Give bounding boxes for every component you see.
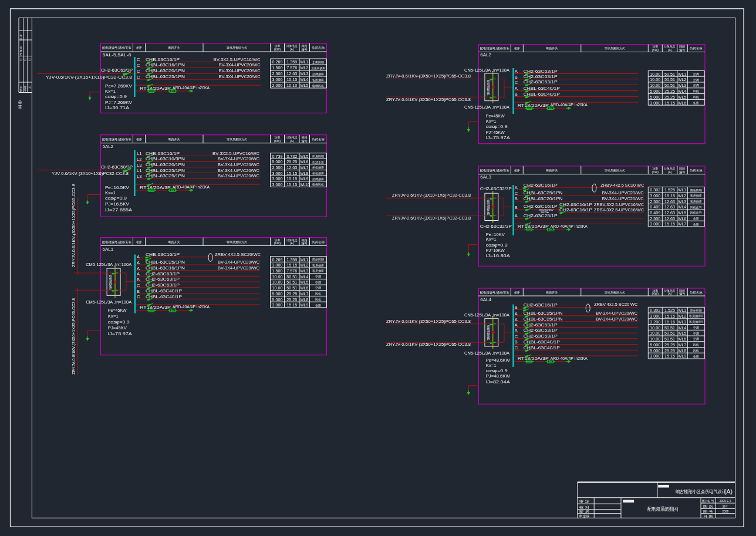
svg-text:导线及敷设方式: 导线及敷设方式 bbox=[227, 240, 247, 244]
svg-text:7.576: 7.576 bbox=[286, 66, 297, 70]
svg-text:相序: 相序 bbox=[136, 46, 142, 50]
svg-text:空调: 空调 bbox=[693, 83, 699, 87]
svg-text:应急照明: 应急照明 bbox=[690, 188, 702, 192]
svg-text:WL5: WL5 bbox=[678, 331, 686, 335]
svg-text:1.359: 1.359 bbox=[286, 60, 297, 64]
svg-text:5AL2: 5AL2 bbox=[103, 144, 114, 149]
svg-text:校 对: 校 对 bbox=[578, 505, 590, 509]
svg-text:编号: 编号 bbox=[302, 139, 308, 143]
svg-text:50.51: 50.51 bbox=[664, 83, 675, 87]
svg-text:0.302: 0.302 bbox=[650, 188, 660, 192]
svg-text:15.15: 15.15 bbox=[286, 303, 297, 307]
svg-text:(A): (A) bbox=[290, 241, 294, 245]
svg-text:ZRYJV-0.6/1KV-(3X10+1X6)PC32-C: ZRYJV-0.6/1KV-(3X10+1X6)PC32-CC3.8 bbox=[392, 193, 471, 198]
svg-text:ARD-40A/4P In20KA: ARD-40A/4P In20KA bbox=[173, 184, 210, 190]
svg-text:B: B bbox=[515, 75, 518, 80]
svg-text:WL3: WL3 bbox=[300, 72, 308, 76]
svg-text:BV-3X2.5-UPVC16/WC: BV-3X2.5-UPVC16/WC bbox=[212, 151, 259, 156]
svg-text:风机: 风机 bbox=[315, 298, 321, 301]
svg-text:BV-3X4-UPVC20/WC: BV-3X4-UPVC20/WC bbox=[218, 168, 259, 173]
svg-text:WL2: WL2 bbox=[300, 66, 308, 70]
svg-text:WL2: WL2 bbox=[678, 314, 686, 318]
svg-text:0.409: 0.409 bbox=[650, 211, 660, 215]
svg-text:客房插座: 客房插座 bbox=[312, 269, 324, 273]
svg-text:Kx=1: Kx=1 bbox=[486, 237, 497, 242]
svg-text:CH2-63C63/1P: CH2-63C63/1P bbox=[524, 333, 558, 339]
svg-text:Pe=48.6KW: Pe=48.6KW bbox=[486, 358, 510, 363]
svg-text:ZRBV-4x2.5 SC20 WC: ZRBV-4x2.5 SC20 WC bbox=[594, 302, 637, 307]
svg-text:换: 换 bbox=[487, 211, 491, 215]
svg-text:10.00: 10.00 bbox=[650, 326, 660, 330]
svg-text:50.51: 50.51 bbox=[664, 331, 675, 335]
svg-text:BV-3X4-UPVC20/WC: BV-3X4-UPVC20/WC bbox=[602, 190, 644, 195]
svg-text:WL5: WL5 bbox=[300, 280, 308, 284]
svg-text:WL6: WL6 bbox=[678, 337, 686, 341]
svg-text:空调: 空调 bbox=[693, 326, 699, 330]
svg-text:库房照明: 库房照明 bbox=[312, 154, 324, 158]
svg-text:5.000: 5.000 bbox=[650, 349, 660, 353]
svg-text:3.000: 3.000 bbox=[650, 101, 660, 105]
svg-text:ZRBV-4X2.5-SC20/WC: ZRBV-4X2.5-SC20/WC bbox=[215, 252, 261, 257]
svg-text:RT18/20A/3P: RT18/20A/3P bbox=[518, 224, 549, 229]
svg-text:风机: 风机 bbox=[693, 96, 699, 99]
svg-text:客房插座: 客房插座 bbox=[690, 194, 702, 198]
svg-text:C: C bbox=[137, 57, 140, 62]
svg-text:WL6: WL6 bbox=[678, 217, 686, 221]
svg-text:CHBL-63C40/1P: CHBL-63C40/1P bbox=[524, 339, 560, 345]
svg-text:WL4: WL4 bbox=[678, 326, 686, 330]
svg-text:CH2-63C32/3P: CH2-63C32/3P bbox=[480, 186, 512, 191]
svg-text:负荷名称: 负荷名称 bbox=[690, 291, 703, 294]
svg-text:导线及敷设方式: 导线及敷设方式 bbox=[227, 137, 247, 141]
svg-text:(KW): (KW) bbox=[274, 48, 281, 51]
svg-text:CH2-63C50/3P: CH2-63C50/3P bbox=[101, 164, 133, 170]
svg-text:25.25: 25.25 bbox=[286, 292, 297, 296]
svg-text:Kx=1: Kx=1 bbox=[108, 313, 119, 319]
svg-text:(KW): (KW) bbox=[274, 139, 281, 143]
svg-text:柜机插座: 柜机插座 bbox=[312, 171, 324, 176]
svg-text:2.500: 2.500 bbox=[272, 166, 283, 170]
svg-text:cosφ=0.9: cosφ=0.9 bbox=[486, 242, 508, 248]
svg-text:WL2: WL2 bbox=[678, 194, 686, 198]
svg-text:(KW): (KW) bbox=[652, 48, 659, 52]
svg-text:BV-3X4-UPVC20/WC: BV-3X4-UPVC20/WC bbox=[219, 74, 261, 79]
svg-text:0.302: 0.302 bbox=[650, 308, 660, 312]
svg-text:RT18/20A/3P: RT18/20A/3P bbox=[140, 86, 171, 91]
svg-text:CH2-63C63/3P: CH2-63C63/3P bbox=[101, 68, 133, 73]
svg-text:B: B bbox=[515, 92, 518, 97]
svg-text:Kx=1: Kx=1 bbox=[486, 363, 497, 368]
svg-text:签: 签 bbox=[18, 104, 22, 109]
svg-text:5.000: 5.000 bbox=[650, 89, 660, 93]
svg-text:卫生间插座: 卫生间插座 bbox=[311, 66, 325, 70]
svg-text:CH2-63C16/1P: CH2-63C16/1P bbox=[524, 302, 558, 308]
svg-text:15.15: 15.15 bbox=[664, 314, 675, 318]
svg-text:WL6: WL6 bbox=[678, 101, 686, 105]
svg-text:15.15: 15.15 bbox=[664, 194, 675, 198]
svg-text:CH2-63C63/1P: CH2-63C63/1P bbox=[146, 271, 180, 277]
svg-text:cosφ=0.9: cosφ=0.9 bbox=[486, 368, 508, 373]
svg-text:(A): (A) bbox=[290, 48, 294, 51]
svg-text:WL5: WL5 bbox=[300, 83, 308, 87]
svg-text:YJV-0.6/1KV-(3X10+1X6)PC32-CC3: YJV-0.6/1KV-(3X10+1X6)PC32-CC3.8 bbox=[52, 171, 129, 176]
svg-text:12.63: 12.63 bbox=[286, 166, 297, 170]
svg-text:配电箱编号,规格/安装: 配电箱编号,规格/安装 bbox=[102, 240, 131, 244]
svg-text:A: A bbox=[515, 317, 518, 322]
svg-text:C: C bbox=[137, 294, 140, 299]
svg-text:CN5-125L/3A ,In=100A: CN5-125L/3A ,In=100A bbox=[464, 312, 509, 318]
svg-text:WL3: WL3 bbox=[300, 269, 308, 273]
svg-text:A: A bbox=[515, 185, 518, 190]
svg-text:导线及敷设方式: 导线及敷设方式 bbox=[605, 46, 625, 50]
svg-text:50.51: 50.51 bbox=[664, 77, 675, 82]
svg-text:(A): (A) bbox=[668, 48, 672, 52]
svg-text:WL1: WL1 bbox=[678, 72, 686, 76]
svg-text:应急照明: 应急照明 bbox=[312, 258, 324, 261]
svg-text:7.576: 7.576 bbox=[286, 269, 297, 273]
svg-text:ZRYJV-0.6/1KV-(3X50+1X25)PC65-: ZRYJV-0.6/1KV-(3X50+1X25)PC65-CC3.8 bbox=[386, 73, 471, 79]
svg-text:25.25: 25.25 bbox=[664, 89, 675, 93]
svg-text:换: 换 bbox=[109, 286, 113, 290]
svg-text:ARD-40A/4P In20KA: ARD-40A/4P In20KA bbox=[173, 304, 210, 309]
svg-text:2.500: 2.500 bbox=[650, 200, 660, 204]
svg-text:BV-3X4-UPVC20/WC: BV-3X4-UPVC20/WC bbox=[602, 196, 644, 201]
svg-text:客房插座A: 客房插座A bbox=[689, 320, 704, 324]
svg-text:C: C bbox=[137, 283, 140, 288]
svg-text:12.63: 12.63 bbox=[664, 211, 675, 215]
